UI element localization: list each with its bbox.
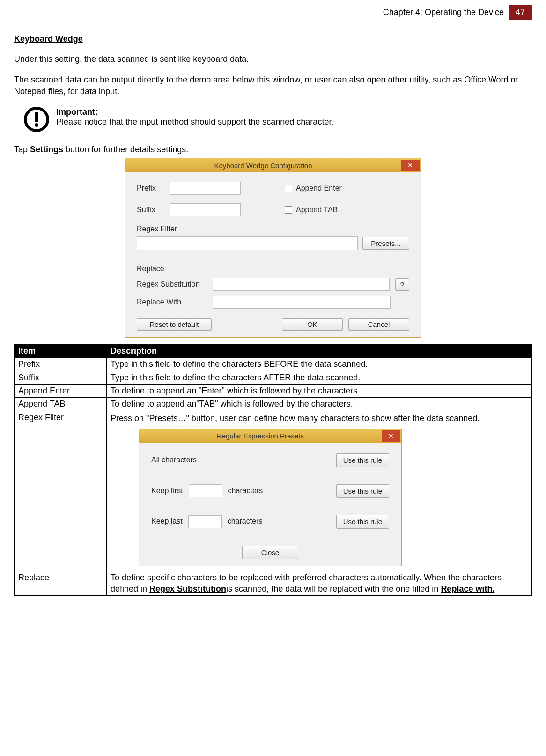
append-enter-label: Append Enter: [296, 184, 342, 193]
replace-with-input[interactable]: [213, 296, 391, 309]
append-tab-checkbox[interactable]: [285, 206, 292, 214]
use-rule-button[interactable]: Use this rule: [336, 515, 389, 529]
suffix-input[interactable]: [170, 203, 241, 216]
important-text: Please notice that the input method shou…: [56, 117, 333, 127]
regex-filter-label: Regex Filter: [137, 225, 409, 233]
regex-presets-dialog: Regular Expression Presets ✕ All charact…: [139, 429, 402, 566]
use-rule-button[interactable]: Use this rule: [336, 484, 389, 498]
table-row: Prefix Type in this field to define the …: [15, 358, 532, 371]
keep-first-input[interactable]: [189, 484, 222, 497]
description-table: Item Description Prefix Type in this fie…: [14, 344, 532, 596]
page-number: 47: [509, 5, 532, 20]
keep-first-label: Keep first: [151, 486, 183, 496]
svg-rect-1: [35, 112, 38, 122]
table-row: Regex Filter Press on "Presets…" button,…: [15, 411, 532, 571]
replace-group-label: Replace: [137, 265, 409, 273]
regex-sub-label: Regex Substitution: [137, 280, 207, 289]
cancel-button[interactable]: Cancel: [348, 318, 409, 331]
dialog-title: Keyboard Wedge Configuration: [125, 162, 401, 170]
prefix-label: Prefix: [137, 184, 163, 193]
col-description: Description: [107, 345, 532, 358]
important-icon: [23, 106, 50, 133]
table-row: Append TAB To define to append an"TAB" w…: [15, 398, 532, 411]
tap-settings-line: Tap Settings button for further details …: [14, 144, 532, 155]
append-tab-label: Append TAB: [296, 206, 338, 214]
paragraph: The scanned data can be output directly …: [14, 74, 532, 97]
close-button[interactable]: Close: [242, 546, 298, 560]
col-item: Item: [15, 345, 107, 358]
regex-sub-input[interactable]: [213, 278, 390, 291]
table-row: Suffix Type in this field to define the …: [15, 371, 532, 384]
prefix-input[interactable]: [170, 182, 241, 195]
table-row: Append Enter To define to append an "Ent…: [15, 384, 532, 397]
characters-label: characters: [228, 486, 263, 496]
characters-label: characters: [228, 517, 263, 526]
svg-point-2: [35, 123, 38, 127]
section-title: Keyboard Wedge: [14, 34, 532, 44]
page-header: Chapter 4: Operating the Device 47: [14, 5, 532, 20]
use-rule-button[interactable]: Use this rule: [336, 453, 389, 467]
close-icon[interactable]: ✕: [401, 160, 420, 171]
all-characters-label: All characters: [151, 455, 197, 465]
dialog-title: Regular Expression Presets: [139, 431, 382, 441]
regex-filter-input[interactable]: [137, 236, 358, 250]
paragraph: Under this setting, the data scanned is …: [14, 53, 532, 65]
replace-with-label: Replace With: [137, 298, 207, 306]
kw-config-dialog: Keyboard Wedge Configuration ✕ Prefix Ap…: [125, 158, 421, 338]
keep-last-label: Keep last: [151, 517, 183, 526]
ok-button[interactable]: OK: [282, 318, 343, 331]
reset-button[interactable]: Reset to default: [137, 318, 212, 331]
help-button[interactable]: ?: [395, 278, 409, 291]
presets-button[interactable]: Presets...: [362, 237, 409, 250]
keep-last-input[interactable]: [188, 515, 222, 528]
table-row: Replace To define specific characters to…: [15, 571, 532, 596]
close-icon[interactable]: ✕: [382, 430, 400, 442]
suffix-label: Suffix: [137, 206, 163, 214]
chapter-title: Chapter 4: Operating the Device: [383, 5, 509, 20]
append-enter-checkbox[interactable]: [285, 185, 292, 192]
important-label: Important:: [56, 107, 333, 117]
important-callout: Important: Please notice that the input …: [23, 106, 532, 133]
